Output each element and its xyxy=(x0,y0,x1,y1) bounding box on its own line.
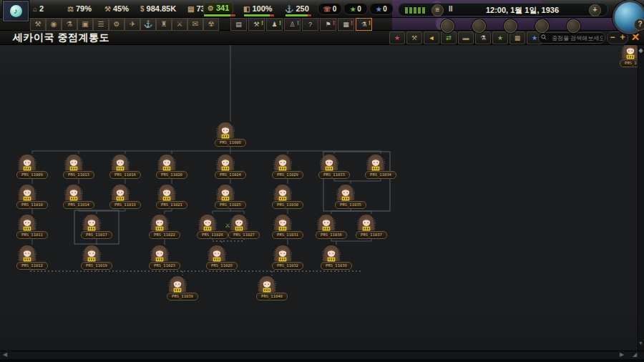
pause-indicator: II xyxy=(449,5,453,13)
alert-production[interactable]: ⚒! xyxy=(248,18,265,31)
menu-decisions-icon[interactable]: ☢ xyxy=(203,18,219,31)
resource-factories[interactable]: ⚙341 xyxy=(203,2,233,14)
filter-research-icon: ⇄ xyxy=(446,34,452,41)
menu-intel-icon[interactable]: ◉ xyxy=(46,18,62,31)
alert-unknown[interactable]: ? xyxy=(302,18,318,31)
resize-corner-icon[interactable]: ◢ xyxy=(633,351,637,358)
navy-xp-counter[interactable]: ★0 xyxy=(369,3,394,15)
help-button[interactable]: ? xyxy=(634,19,644,31)
filter-political-button[interactable]: ★ xyxy=(389,31,405,44)
menu-construction-icon[interactable]: ☰ xyxy=(93,18,109,31)
hud-round-button[interactable] xyxy=(504,19,517,33)
focus-node[interactable]: PRS_11014 xyxy=(63,184,94,209)
focus-node[interactable]: PRS_11035 xyxy=(335,184,366,209)
focus-node[interactable]: PRS_11028 xyxy=(206,245,238,270)
alert-supply[interactable]: ▦! xyxy=(338,18,354,31)
focus-node[interactable]: PRS_11021 xyxy=(156,184,187,209)
resource-convoys[interactable]: ⚓250 xyxy=(285,3,309,14)
alert-recruit[interactable]: ♙! xyxy=(284,18,301,31)
filter-stability-icon: ◄ xyxy=(429,34,435,41)
vertical-scrollbar[interactable] xyxy=(638,44,644,351)
focus-node[interactable]: PRS_11024 xyxy=(215,154,246,179)
focus-label: PRS_11014 xyxy=(63,201,94,209)
speed-up-button[interactable]: + xyxy=(589,4,601,16)
focus-node[interactable]: PRS_11020 xyxy=(156,154,187,179)
speed-down-button[interactable]: ≡ xyxy=(431,4,444,16)
filter-air-button[interactable]: ★ xyxy=(492,31,508,44)
focus-node[interactable]: PRS_11031 xyxy=(272,214,303,239)
scroll-right-icon[interactable]: ▶ xyxy=(620,351,624,358)
focus-label: PRS_11023 xyxy=(149,262,180,270)
hud-round-button[interactable] xyxy=(441,19,454,33)
zoom-out-button[interactable]: − xyxy=(608,32,618,43)
search-input[interactable] xyxy=(550,33,605,43)
focus-node[interactable]: PRS_11030 xyxy=(272,184,303,209)
focus-node[interactable]: PRS_11012 xyxy=(16,245,48,270)
focus-node[interactable]: PRS_11027 xyxy=(228,214,260,239)
menu-diplomacy-icon[interactable]: ✉ xyxy=(187,18,203,31)
focus-node[interactable]: PRS_11023 xyxy=(149,245,180,270)
focus-node[interactable]: PRS_11009 xyxy=(16,154,48,179)
menu-navy-icon[interactable]: ⚓ xyxy=(140,18,156,31)
focus-node[interactable]: PRS_11019 xyxy=(81,245,112,270)
vertical-scroll-handle[interactable]: ◆ xyxy=(638,47,644,54)
army-xp-counter[interactable]: ★0 xyxy=(343,3,368,15)
resource-political-power[interactable]: ⌂2 xyxy=(33,3,44,14)
focus-node[interactable]: PRS_11033 xyxy=(318,154,350,179)
country-flag[interactable]: ♪ xyxy=(3,1,29,21)
resource-funds[interactable]: $984.85K xyxy=(140,3,176,14)
filter-industry-button[interactable]: ⚒ xyxy=(406,31,422,44)
scroll-left-icon[interactable]: ◀ xyxy=(3,351,7,358)
hud-round-button[interactable] xyxy=(472,19,486,33)
focus-label: PRS_11024 xyxy=(215,171,246,179)
menu-trade-icon[interactable]: ▣ xyxy=(77,18,93,31)
focus-node[interactable]: PRS_11029 xyxy=(272,154,303,179)
focus-node[interactable]: PRS_11025 xyxy=(215,184,246,209)
focus-node[interactable]: PRS_11016 xyxy=(109,154,141,179)
resource-war-support[interactable]: ⚒45% xyxy=(104,3,129,14)
focus-node[interactable]: PRS_11017 xyxy=(81,214,112,239)
menu-research-icon[interactable]: ⚗ xyxy=(62,18,77,31)
focus-portrait-girl xyxy=(215,154,246,171)
army-xp-star-icon: ★ xyxy=(350,6,356,13)
menu-air-icon[interactable]: ✈ xyxy=(125,18,140,31)
focus-node[interactable]: PRS_11011 xyxy=(16,214,48,239)
resource-fuel[interactable]: ◧100% xyxy=(243,3,273,14)
filter-balance-button[interactable]: ▦ xyxy=(509,31,525,44)
focus-node[interactable]: PRS_11034 xyxy=(365,154,396,179)
focus-node[interactable]: PRS_11039 xyxy=(167,275,198,300)
scroll-down-icon[interactable]: ▼ xyxy=(638,341,644,346)
menu-battleplan-icon[interactable]: ⚔ xyxy=(172,18,187,31)
menu-production-icon[interactable]: ⚙ xyxy=(109,18,125,31)
search-icon xyxy=(541,34,547,40)
focus-node[interactable]: PRS_11026 xyxy=(197,214,228,239)
resource-manpower[interactable]: ▤73 xyxy=(187,3,205,14)
focus-node[interactable]: PRS_11037 xyxy=(356,214,387,239)
menu-army-icon[interactable]: ♜ xyxy=(156,18,172,31)
focus-node[interactable]: PRS_11022 xyxy=(149,214,180,239)
hud-round-button[interactable] xyxy=(567,19,580,33)
world-map-peek-right[interactable] xyxy=(392,17,644,30)
alert-trade[interactable]: ⚑! xyxy=(320,18,336,31)
filter-army-button[interactable]: ▬ xyxy=(458,31,474,44)
alert-research[interactable]: ⚗! xyxy=(356,18,372,31)
focus-node[interactable]: PRS_11010 xyxy=(16,184,48,209)
alert-officer[interactable]: ♟! xyxy=(266,18,283,31)
focus-node[interactable]: PRS_11032 xyxy=(272,245,303,270)
hud-round-button[interactable] xyxy=(535,19,549,33)
resource-stability[interactable]: ⚖79% xyxy=(67,3,92,14)
focus-node[interactable]: PRS_11008 xyxy=(215,122,246,147)
command-power-counter[interactable]: ☏0 xyxy=(318,3,342,15)
focus-node[interactable]: PRS_11018 xyxy=(109,184,141,209)
filter-stability-button[interactable]: ◄ xyxy=(424,31,439,44)
focus-node[interactable]: PRS_11038 xyxy=(321,245,352,270)
filter-navy-button[interactable]: ⚗ xyxy=(475,31,491,44)
focus-portrait-girl xyxy=(16,184,48,201)
focus-node[interactable]: PRS_11040 xyxy=(256,275,288,300)
alert-paper[interactable]: ▤ xyxy=(230,18,247,31)
focus-node[interactable]: PRS_11036 xyxy=(316,214,347,239)
focus-node[interactable]: PRS_11013 xyxy=(63,154,94,179)
menu-laws-icon[interactable]: ⚒ xyxy=(30,18,46,31)
filter-research-button[interactable]: ⇄ xyxy=(441,31,457,44)
focus-tree-canvas[interactable]: PRS_11008 PRS_11009 xyxy=(0,44,644,351)
